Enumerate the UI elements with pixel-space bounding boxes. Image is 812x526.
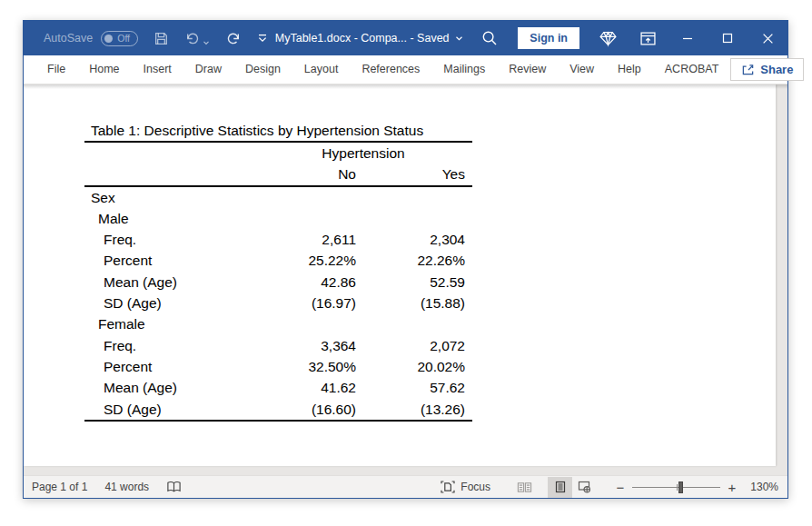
row-value-no <box>254 313 363 334</box>
table-header: Hypertension No Yes <box>84 143 472 187</box>
zoom-slider-thumb[interactable] <box>678 481 683 493</box>
customize-qat-button[interactable] <box>257 34 268 44</box>
row-value-no: 3,364 <box>254 335 363 356</box>
row-label: Male <box>84 208 254 229</box>
tab-help[interactable]: Help <box>606 55 653 84</box>
row-value-yes <box>363 313 472 334</box>
share-button[interactable]: Share <box>730 58 804 81</box>
sign-in-button[interactable]: Sign in <box>518 27 579 49</box>
row-label: Percent <box>84 356 254 377</box>
zoom-level[interactable]: 130% <box>748 481 778 493</box>
search-button[interactable] <box>470 21 510 55</box>
row-value-yes <box>363 187 472 208</box>
table-row: Freq. 2,611 2,304 <box>84 229 472 250</box>
print-layout-icon <box>554 481 567 493</box>
maximize-button[interactable] <box>708 21 748 55</box>
web-layout-icon <box>578 481 591 493</box>
tab-draw[interactable]: Draw <box>183 55 233 84</box>
zoom-slider[interactable] <box>632 481 720 493</box>
close-icon <box>762 33 774 45</box>
table-row: SD (Age) (16.97) (15.88) <box>84 293 472 313</box>
focus-icon <box>441 481 455 493</box>
table-row: Sex <box>84 187 472 208</box>
proofing-book-icon <box>166 481 182 493</box>
column-header-no: No <box>254 164 363 184</box>
minus-icon: − <box>617 480 625 495</box>
zoom-slider-center-tick <box>677 484 678 491</box>
tab-references[interactable]: References <box>350 55 431 84</box>
undo-button[interactable] <box>184 31 210 46</box>
tab-home[interactable]: Home <box>77 55 131 84</box>
tab-insert[interactable]: Insert <box>132 55 183 84</box>
tab-design[interactable]: Design <box>233 55 292 84</box>
minimize-icon <box>682 33 693 44</box>
row-label: SD (Age) <box>84 293 254 313</box>
document-page[interactable]: Table 1: Descriptive Statistics by Hyper… <box>24 84 776 466</box>
row-value-yes <box>363 208 472 229</box>
row-label: Female <box>84 313 254 334</box>
focus-label: Focus <box>460 481 490 493</box>
table-row: Percent 32.50% 20.02% <box>84 356 472 377</box>
saved-dropdown-icon <box>455 35 463 42</box>
table-row: Female <box>84 313 472 334</box>
table-row: Mean (Age) 41.62 57.62 <box>84 377 472 398</box>
titlebar-controls: Sign in <box>470 21 787 55</box>
row-value-yes: 2,304 <box>363 229 472 250</box>
autosave-state-label: Off <box>117 33 130 44</box>
premium-button[interactable] <box>588 21 628 55</box>
tab-file[interactable]: File <box>35 55 77 84</box>
row-value-yes: (15.88) <box>363 293 472 313</box>
share-icon <box>741 63 755 76</box>
desktop-background: AutoSave Off <box>0 0 812 526</box>
table-group-header: Hypertension <box>254 143 472 164</box>
row-value-no <box>254 187 363 208</box>
share-label: Share <box>760 63 793 76</box>
row-label: Freq. <box>84 335 254 356</box>
search-icon <box>481 30 498 46</box>
page-indicator[interactable]: Page 1 of 1 <box>32 481 87 493</box>
redo-button[interactable] <box>225 31 242 46</box>
minimize-button[interactable] <box>668 21 708 55</box>
row-value-yes: 22.26% <box>363 250 472 271</box>
zoom-out-button[interactable]: − <box>613 480 628 495</box>
save-button[interactable] <box>153 31 169 46</box>
quick-access-toolbar: AutoSave Off <box>24 31 268 46</box>
word-window: AutoSave Off <box>23 20 788 499</box>
window-title[interactable]: MyTable1.docx - Compa... - Saved <box>268 32 470 45</box>
bar-over-chevron-icon <box>257 34 268 44</box>
row-label: Mean (Age) <box>84 272 254 293</box>
close-button[interactable] <box>748 21 787 55</box>
tab-layout[interactable]: Layout <box>292 55 351 84</box>
tab-mailings[interactable]: Mailings <box>431 55 497 84</box>
row-value-no: (16.60) <box>254 399 363 420</box>
autosave-toggle[interactable]: Off <box>101 31 138 46</box>
print-layout-button[interactable] <box>548 477 572 498</box>
ribbon-display-options-icon <box>640 32 656 45</box>
titlebar: AutoSave Off <box>24 21 787 55</box>
tab-review[interactable]: Review <box>497 55 558 84</box>
row-value-no: 42.86 <box>254 272 363 293</box>
status-bar: Page 1 of 1 41 words <box>24 475 787 498</box>
read-mode-icon <box>517 481 532 493</box>
proofing-status-button[interactable] <box>166 481 182 493</box>
focus-mode-button[interactable]: Focus <box>441 481 490 493</box>
tab-view[interactable]: View <box>558 55 606 84</box>
tab-acrobat[interactable]: ACROBAT <box>653 55 731 84</box>
read-mode-button[interactable] <box>512 477 537 498</box>
row-value-no: 41.62 <box>254 377 363 398</box>
row-label: Mean (Age) <box>84 377 254 398</box>
gem-icon <box>599 30 618 47</box>
redo-icon <box>225 31 242 46</box>
word-count[interactable]: 41 words <box>104 481 149 493</box>
row-value-no: (16.97) <box>254 293 363 313</box>
web-layout-button[interactable] <box>572 477 597 498</box>
zoom-in-button[interactable]: + <box>725 480 739 495</box>
table-row: Mean (Age) 42.86 52.59 <box>84 272 472 293</box>
undo-icon <box>184 31 210 46</box>
document-canvas: Table 1: Descriptive Statistics by Hyper… <box>24 84 787 475</box>
ribbon-display-options-button[interactable] <box>628 21 668 55</box>
plus-icon: + <box>728 480 737 495</box>
maximize-icon <box>722 33 733 44</box>
row-value-yes: (13.26) <box>363 399 472 420</box>
table-row: SD (Age) (16.60) (13.26) <box>84 399 472 420</box>
